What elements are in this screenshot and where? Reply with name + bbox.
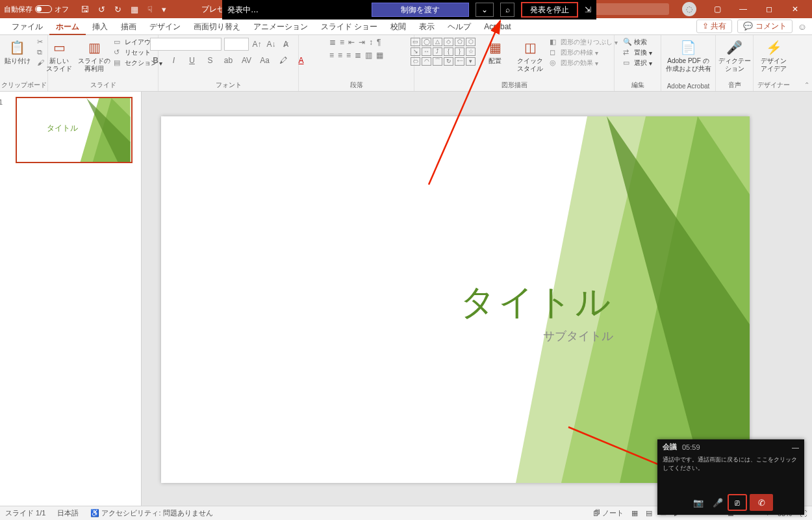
- strike-icon[interactable]: S: [205, 55, 216, 66]
- justify-icon[interactable]: ≣: [355, 51, 361, 60]
- align-center-icon[interactable]: ≡: [338, 51, 342, 60]
- arrange-button[interactable]: ▦配置: [479, 38, 511, 65]
- close-icon[interactable]: ✕: [782, 0, 808, 18]
- find-button[interactable]: 🔍検索: [623, 38, 652, 47]
- comments-button[interactable]: 💬 コメント: [737, 20, 792, 33]
- give-control-button[interactable]: 制御を渡す: [372, 3, 469, 17]
- shadow-icon[interactable]: ab: [223, 55, 235, 66]
- slide-title[interactable]: タイトル: [460, 279, 613, 326]
- group-clipboard: 📋 貼り付け ✂ ⧉ 🖌 クリップボード: [0, 35, 48, 91]
- paste-button[interactable]: 📋 貼り付け: [2, 38, 33, 65]
- call-minimize-icon[interactable]: —: [792, 443, 799, 451]
- slideshow-icon[interactable]: ▦: [131, 5, 138, 14]
- account-avatar-icon[interactable]: ◌: [682, 2, 696, 16]
- tab-review[interactable]: 校閲: [384, 18, 412, 35]
- clear-format-icon[interactable]: A̷: [280, 38, 292, 50]
- shape-outline-button[interactable]: ◻図形の枠線 ▾: [550, 48, 618, 57]
- align-left-icon[interactable]: ≡: [329, 51, 334, 60]
- slide-count[interactable]: スライド 1/1: [5, 508, 45, 518]
- shape-effects-button[interactable]: ◎図形の効果 ▾: [550, 58, 618, 68]
- shapes-gallery[interactable]: ▭◯△◇⬠⬡ ↘↔⤴{}☆ ⬭◠⌒↻⬳▾: [411, 38, 476, 66]
- tab-draw[interactable]: 描画: [114, 18, 143, 35]
- autosave-toggle[interactable]: 自動保存 オフ: [4, 5, 69, 14]
- slide-thumbnails-pane[interactable]: 1 タイトル: [0, 92, 142, 506]
- svg-text:タイトル: タイトル: [47, 124, 78, 132]
- teams-call-window[interactable]: 会議 05:59 — 通話中です。通話画面に戻るには、ここをクリックしてください…: [657, 439, 804, 515]
- redo-icon[interactable]: ↻: [114, 5, 121, 14]
- linespacing-icon[interactable]: ↕: [369, 38, 373, 47]
- tab-acrobat[interactable]: Acrobat: [477, 18, 517, 35]
- columns-icon[interactable]: ▥: [365, 51, 372, 60]
- accessibility-status[interactable]: ♿ アクセシビリティ: 問題ありません: [90, 508, 212, 518]
- notes-button[interactable]: 🗐 ノート: [593, 508, 624, 518]
- slide-canvas[interactable]: タイトル サブタイトル: [161, 116, 750, 483]
- tab-help[interactable]: ヘルプ: [441, 18, 477, 35]
- increase-font-icon[interactable]: A↑: [251, 38, 263, 50]
- tab-transitions[interactable]: 画面切り替え: [187, 18, 247, 35]
- minimize-icon[interactable]: —: [730, 0, 756, 18]
- new-slide-button[interactable]: ▭ 新しい スライド: [44, 38, 75, 73]
- textdir-icon[interactable]: ¶: [377, 38, 381, 47]
- stop-presenting-button[interactable]: 発表を停止: [521, 2, 578, 18]
- underline-icon[interactable]: U: [186, 55, 198, 66]
- reuse-slides-button[interactable]: ▥ スライドの 再利用: [79, 38, 110, 73]
- slide-thumbnail-1[interactable]: タイトル: [16, 97, 133, 163]
- slide-subtitle[interactable]: サブタイトル: [543, 328, 613, 344]
- outdent-icon[interactable]: ⇤: [348, 38, 355, 47]
- tab-insert[interactable]: 挿入: [86, 18, 114, 35]
- dictation-button[interactable]: 🎤ディクテー ション: [719, 38, 750, 73]
- case-icon[interactable]: Aa: [259, 55, 271, 66]
- tab-slideshow[interactable]: スライド ショー: [314, 18, 384, 35]
- replace-label: 置換: [634, 48, 647, 57]
- collapse-ribbon-icon[interactable]: ⌃: [804, 81, 809, 88]
- decrease-font-icon[interactable]: A↓: [266, 38, 277, 50]
- quick-styles-icon: ◫: [522, 39, 539, 56]
- tab-design[interactable]: デザイン: [143, 18, 187, 35]
- adobe-pdf-button[interactable]: 📄Adobe PDF の 作成および共有: [664, 38, 713, 73]
- undo-icon[interactable]: ↺: [98, 5, 105, 14]
- view-normal-icon[interactable]: ▦: [631, 509, 638, 517]
- bullets-icon[interactable]: ≣: [329, 38, 336, 47]
- maximize-icon[interactable]: ◻: [756, 0, 782, 18]
- mic-toggle-icon[interactable]: 🎤: [708, 494, 728, 511]
- highlight-icon[interactable]: 🖍: [277, 55, 289, 66]
- touch-icon[interactable]: ☟: [147, 5, 153, 14]
- camera-icon[interactable]: 📷: [689, 494, 708, 511]
- design-ideas-button[interactable]: ⚡デザイン アイデア: [758, 38, 789, 73]
- give-control-chevron-icon[interactable]: ⌄: [476, 3, 494, 17]
- call-duration: 05:59: [682, 443, 700, 451]
- replace-button[interactable]: ⇄置換 ▾: [623, 48, 652, 57]
- autosave-state: オフ: [55, 5, 69, 14]
- font-family-select[interactable]: [150, 38, 222, 51]
- share-screen-icon[interactable]: ⎚: [728, 494, 747, 511]
- select-button[interactable]: ▭選択 ▾: [623, 58, 652, 68]
- feedback-icon[interactable]: ☺: [798, 21, 807, 32]
- bold-icon[interactable]: B: [150, 55, 162, 66]
- tab-view[interactable]: 表示: [412, 18, 441, 35]
- align-right-icon[interactable]: ≡: [346, 51, 351, 60]
- pin-bar-icon[interactable]: ⇲: [585, 5, 591, 14]
- ribbon-options-icon[interactable]: ▢: [704, 0, 730, 18]
- quick-styles-button[interactable]: ◫クイック スタイル: [514, 38, 546, 73]
- share-button[interactable]: ⇪ 共有: [696, 20, 732, 33]
- shape-outline-label: 図形の枠線: [561, 48, 593, 57]
- numbering-icon[interactable]: ≡: [340, 38, 344, 47]
- smartart-icon[interactable]: ▦: [376, 51, 383, 60]
- autosave-label: 自動保存: [4, 5, 32, 14]
- shape-fill-button[interactable]: ◧図形の塗りつぶし ▾: [550, 38, 618, 47]
- toggle-toolbar-icon[interactable]: ⌕: [500, 3, 514, 17]
- teams-presenting-bar: 発表中… 制御を渡す ⌄ ⌕ 発表を停止 ⇲: [222, 0, 596, 20]
- share-label: 共有: [711, 21, 726, 31]
- tab-animations[interactable]: アニメーション: [247, 18, 314, 35]
- tab-home[interactable]: ホーム: [49, 18, 86, 35]
- italic-icon[interactable]: I: [168, 55, 180, 66]
- view-sorter-icon[interactable]: ▤: [646, 509, 652, 517]
- save-icon[interactable]: 🖫: [81, 5, 89, 14]
- hangup-icon[interactable]: ✆: [750, 494, 773, 511]
- spacing-icon[interactable]: AV: [241, 55, 253, 66]
- language[interactable]: 日本語: [57, 508, 79, 518]
- qat-more-icon[interactable]: ▾: [162, 5, 166, 14]
- tab-file[interactable]: ファイル: [5, 18, 49, 35]
- font-size-select[interactable]: [224, 38, 249, 51]
- indent-icon[interactable]: ⇥: [359, 38, 365, 47]
